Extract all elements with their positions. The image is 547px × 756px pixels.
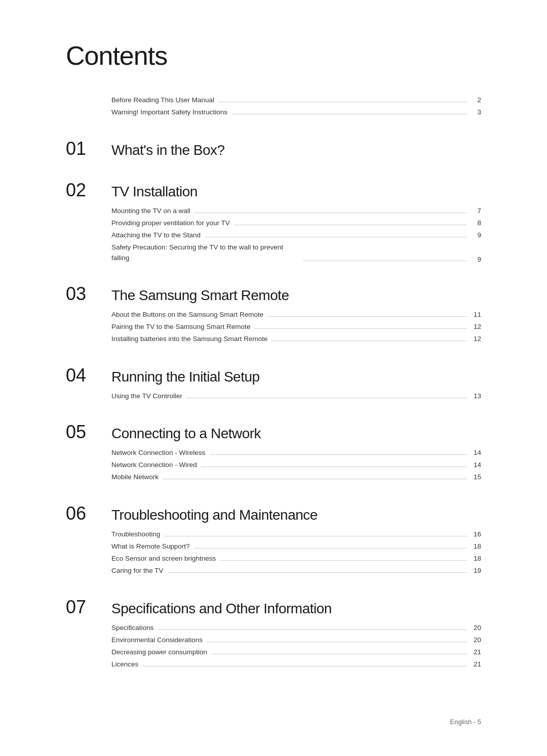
toc-label-05-1: Network Connection - Wireless	[111, 448, 205, 458]
toc-row-03-3: Installing batteries into the Samsung Sm…	[111, 334, 481, 344]
page-footer: English - 5	[450, 718, 481, 726]
toc-label-intro-1: Before Reading This User Manual	[111, 95, 214, 105]
toc-dots-05-1	[209, 454, 467, 455]
toc-page-intro-1: 2	[471, 96, 481, 104]
section-02-number: 02	[66, 180, 111, 201]
section-05-number: 05	[66, 422, 111, 443]
toc-dots-06-2	[194, 548, 467, 549]
section-02: 02 TV Installation Mounting the TV on a …	[66, 180, 481, 263]
toc-label-07-1: Specifications	[111, 623, 153, 633]
section-01-title: What's in the Box?	[111, 142, 225, 158]
toc-label-07-3: Decreasing power consumption	[111, 647, 207, 657]
section-03-header: 03 The Samsung Smart Remote	[66, 283, 481, 305]
toc-label-02-2: Providing proper ventilation for your TV	[111, 218, 230, 228]
toc-label-05-3: Mobile Network	[111, 472, 159, 482]
section-02-items: Mounting the TV on a wall 7 Providing pr…	[111, 206, 481, 263]
toc-row-02-4: Safety Precaution: Securing the TV to th…	[111, 242, 481, 263]
toc-page-05-1: 14	[471, 449, 481, 456]
toc-dots-05-3	[163, 479, 467, 479]
toc-dots-07-4	[142, 666, 467, 666]
toc-page-03-3: 12	[471, 335, 481, 343]
toc-row-intro-1: Before Reading This User Manual 2	[111, 95, 481, 105]
toc-label-04-1: Using the TV Controller	[111, 391, 182, 401]
toc-label-07-4: Licences	[111, 659, 138, 669]
page-title: Contents	[66, 40, 481, 71]
toc-label-02-4: Safety Precaution: Securing the TV to th…	[111, 242, 299, 263]
section-01: 01 What's in the Box?	[66, 138, 481, 159]
section-03: 03 The Samsung Smart Remote About the Bu…	[66, 283, 481, 345]
section-04-number: 04	[66, 365, 111, 386]
toc-dots-03-3	[271, 341, 467, 341]
section-01-number: 01	[66, 138, 111, 159]
toc-row-03-1: About the Buttons on the Samsung Smart R…	[111, 310, 481, 320]
toc-dots-02-3	[205, 237, 467, 237]
toc-page-05-2: 14	[471, 461, 481, 469]
toc-page-07-1: 20	[471, 624, 481, 632]
section-06-header: 06 Troubleshooting and Maintenance	[66, 503, 481, 524]
section-07-header: 07 Specifications and Other Information	[66, 597, 481, 618]
toc-row-07-3: Decreasing power consumption 21	[111, 647, 481, 657]
toc-dots-02-2	[234, 225, 467, 225]
toc-page-02-3: 9	[471, 231, 481, 239]
toc-label-02-3: Attaching the TV to the Stand	[111, 230, 201, 240]
toc-dots-07-1	[158, 629, 467, 630]
toc-page-06-4: 19	[471, 567, 481, 574]
toc-row-06-3: Eco Sensor and screen brightness 18	[111, 554, 481, 564]
section-04-items: Using the TV Controller 13	[111, 391, 481, 401]
toc-label-06-3: Eco Sensor and screen brightness	[111, 554, 216, 564]
section-06: 06 Troubleshooting and Maintenance Troub…	[66, 503, 481, 576]
section-05: 05 Connecting to a Network Network Conne…	[66, 422, 481, 483]
toc-page-02-4: 9	[471, 256, 481, 263]
toc-row-intro-2: Warning! Important Safety Instructions 3	[111, 107, 481, 117]
toc-dots-07-3	[211, 654, 467, 654]
toc-page-04-1: 13	[471, 392, 481, 400]
toc-page-06-1: 16	[471, 530, 481, 538]
toc-row-06-2: What is Remote Support? 18	[111, 541, 481, 552]
toc-label-03-2: Pairing the TV to the Samsung Smart Remo…	[111, 322, 250, 332]
section-06-items: Troubleshooting 16 What is Remote Suppor…	[111, 529, 481, 576]
section-03-items: About the Buttons on the Samsung Smart R…	[111, 310, 481, 345]
toc-row-06-1: Troubleshooting 16	[111, 529, 481, 539]
intro-section: Before Reading This User Manual 2 Warnin…	[111, 95, 481, 118]
section-03-title: The Samsung Smart Remote	[111, 287, 289, 304]
toc-label-06-4: Caring for the TV	[111, 566, 164, 576]
toc-page-03-1: 11	[471, 311, 481, 318]
toc-dots-intro-2	[231, 114, 467, 114]
toc-dots-03-1	[267, 316, 467, 317]
toc-row-05-2: Network Connection - Wired 14	[111, 460, 481, 470]
toc-row-02-1: Mounting the TV on a wall 7	[111, 206, 481, 216]
section-04: 04 Running the Initial Setup Using the T…	[66, 365, 481, 401]
section-02-header: 02 TV Installation	[66, 180, 481, 201]
section-03-number: 03	[66, 283, 111, 305]
toc-row-02-2: Providing proper ventilation for your TV…	[111, 218, 481, 228]
toc-dots-02-1	[194, 213, 467, 213]
toc-dots-06-1	[164, 536, 467, 536]
toc-dots-05-2	[201, 467, 467, 467]
toc-row-07-4: Licences 21	[111, 659, 481, 669]
section-07: 07 Specifications and Other Information …	[66, 597, 481, 670]
section-02-title: TV Installation	[111, 184, 198, 200]
toc-row-02-3: Attaching the TV to the Stand 9	[111, 230, 481, 240]
section-05-items: Network Connection - Wireless 14 Network…	[111, 448, 481, 483]
section-04-header: 04 Running the Initial Setup	[66, 365, 481, 386]
section-01-header: 01 What's in the Box?	[66, 138, 481, 159]
toc-page-07-3: 21	[471, 648, 481, 656]
section-07-items: Specifications 20 Environmental Consider…	[111, 623, 481, 670]
toc-dots-06-4	[168, 572, 467, 573]
toc-page-02-1: 7	[471, 207, 481, 215]
toc-row-04-1: Using the TV Controller 13	[111, 391, 481, 401]
toc-page-intro-2: 3	[471, 108, 481, 116]
toc-row-05-1: Network Connection - Wireless 14	[111, 448, 481, 458]
toc-row-07-2: Environmental Considerations 20	[111, 635, 481, 645]
toc-page-05-3: 15	[471, 473, 481, 481]
toc-dots-intro-1	[218, 102, 467, 102]
toc-row-06-4: Caring for the TV 19	[111, 566, 481, 576]
toc-label-intro-2: Warning! Important Safety Instructions	[111, 107, 227, 117]
page-container: Contents Before Reading This User Manual…	[0, 0, 547, 731]
toc-page-06-3: 18	[471, 555, 481, 562]
toc-page-07-4: 21	[471, 660, 481, 668]
toc-label-02-1: Mounting the TV on a wall	[111, 206, 190, 216]
toc-row-07-1: Specifications 20	[111, 623, 481, 633]
toc-label-07-2: Environmental Considerations	[111, 635, 203, 645]
toc-dots-03-2	[254, 328, 467, 329]
